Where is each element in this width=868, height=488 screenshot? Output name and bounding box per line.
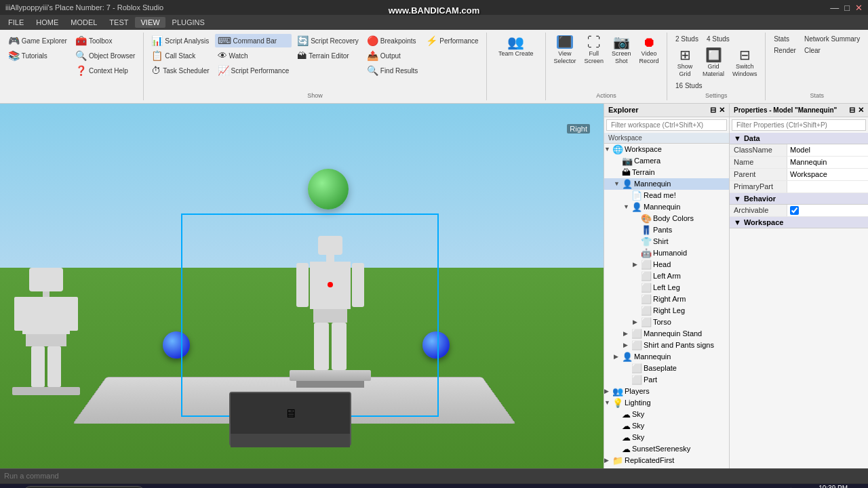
show-grid-btn[interactable]: ⊞ ShowGrid	[673, 47, 697, 79]
tree-body-colors[interactable]: 🎨 Body Colors	[604, 213, 729, 224]
app2-icon[interactable]: 🔧	[250, 485, 267, 488]
tree-sunset[interactable]: ☁ SunsetSerenesky	[604, 443, 729, 455]
grid-material-btn[interactable]: 🔲 GridMaterial	[700, 47, 727, 79]
command-input[interactable]	[4, 472, 864, 480]
tree-left-arm[interactable]: ⬜ Left Arm	[604, 270, 729, 282]
toolbox-btn[interactable]: 🧰 Toolbox	[73, 34, 138, 47]
command-bar-btn[interactable]: ⌨ Command Bar	[215, 34, 292, 47]
prop-classname-value[interactable]: Model	[787, 144, 868, 156]
maximize-button[interactable]: □	[844, 3, 850, 13]
tree-head[interactable]: ▶ ⬜ Head	[604, 259, 729, 270]
head-arrow: ▶	[633, 261, 641, 268]
studs-16-btn[interactable]: 16 Studs	[673, 81, 705, 91]
mannequin-red-dot	[328, 282, 333, 287]
explorer-close-btn[interactable]: ✕	[719, 106, 725, 115]
script-analysis-btn[interactable]: 📊 Script Analysis	[149, 34, 212, 47]
tree-players[interactable]: ▶ 👥 Players	[604, 386, 729, 397]
prop-archivable-value[interactable]	[787, 205, 868, 216]
clear-btn[interactable]: Clear	[802, 45, 863, 56]
menu-home[interactable]: HOME	[31, 17, 64, 28]
edge-icon[interactable]: 🌐	[168, 485, 186, 488]
tree-terrain[interactable]: 🏔 Terrain	[604, 167, 729, 178]
team-create-btn[interactable]: 👥 Team Create	[492, 34, 540, 59]
view-selector-btn[interactable]: ⬛ ViewSelector	[551, 34, 578, 66]
tree-shirt-pants[interactable]: ▶ ⬜ Shirt and Pants signs	[604, 340, 729, 351]
app4-icon[interactable]: 🛡	[290, 485, 308, 488]
call-stack-btn[interactable]: 📋 Call Stack	[149, 49, 212, 62]
prop-name-value[interactable]: Mannequin	[787, 157, 868, 168]
tree-right-arm[interactable]: ⬜ Right Arm	[604, 293, 729, 305]
menu-plugins[interactable]: PLUGINS	[167, 17, 210, 28]
output-btn[interactable]: 📤 Output	[364, 49, 421, 62]
task-view-btn[interactable]: ⧉	[148, 485, 165, 488]
task-scheduler-btn[interactable]: ⏱ Task Scheduler	[149, 64, 212, 77]
tree-replicated-first[interactable]: ▶ 📁 ReplicatedFirst	[604, 455, 729, 466]
switch-windows-btn[interactable]: ⊟ SwitchWindows	[730, 47, 760, 79]
game-explorer-btn[interactable]: 🎮 Game Explorer	[5, 34, 70, 47]
script-recovery-btn[interactable]: 🔄 Script Recovery	[294, 34, 361, 47]
tree-mannequin-sub[interactable]: ▼ 👤 Mannequin	[604, 201, 729, 213]
menu-test[interactable]: TEST	[104, 17, 134, 28]
viewport[interactable]: iiiAllypoppyiii's Place: 7 ✕ ⊡ Right	[0, 104, 604, 468]
properties-search-input[interactable]	[736, 121, 861, 129]
workspace-section-header[interactable]: ▼ Workspace	[730, 217, 868, 228]
tree-readme[interactable]: 📄 Read me!	[604, 190, 729, 201]
tutorials-btn[interactable]: 📚 Tutorials	[5, 49, 70, 62]
minimize-button[interactable]: —	[830, 3, 839, 13]
object-browser-btn[interactable]: 🔍 Object Browser	[73, 49, 138, 62]
screen-shot-btn[interactable]: 📷 ScreenShot	[609, 34, 634, 66]
tree-lighting[interactable]: ▼ 💡 Lighting	[604, 397, 729, 409]
prop-primary-part-value[interactable]	[787, 181, 868, 192]
menu-model[interactable]: MODEL	[65, 17, 102, 28]
find-results-btn[interactable]: 🔍 Find Results	[364, 64, 421, 77]
app3-icon[interactable]: 🎮	[270, 485, 288, 488]
tree-baseplate[interactable]: ⬜ Baseplate	[604, 363, 729, 374]
tree-pants[interactable]: 👖 Pants	[604, 224, 729, 236]
performance-btn[interactable]: ⚡ Performance	[423, 34, 481, 47]
script-recovery-label: Script Recovery	[311, 37, 359, 45]
explorer-dock-btn[interactable]: ⊟	[710, 106, 716, 115]
tree-workspace[interactable]: ▼ 🌐 Workspace	[604, 144, 729, 155]
app1-icon[interactable]: 🎵	[229, 485, 247, 488]
tree-sky1[interactable]: ☁ Sky	[604, 409, 729, 420]
network-summary-btn[interactable]: Network Summary	[802, 34, 863, 44]
tree-replicated-storage[interactable]: ▶ 📁 ReplicatedStorage	[604, 466, 729, 468]
tree-torso[interactable]: ▶ ⬜ Torso	[604, 317, 729, 328]
properties-close-btn[interactable]: ✕	[858, 106, 864, 115]
studs-4-btn[interactable]: 4 Studs	[704, 34, 732, 44]
menu-file[interactable]: FILE	[3, 17, 29, 28]
context-help-btn[interactable]: ❓ Context Help	[73, 64, 138, 77]
tree-right-leg[interactable]: ⬜ Right Leg	[604, 305, 729, 317]
start-button[interactable]: ⊞	[3, 485, 20, 488]
data-section-header[interactable]: ▼ Data	[730, 133, 868, 144]
tree-sky3[interactable]: ☁ Sky	[604, 432, 729, 443]
properties-dock-btn[interactable]: ⊟	[849, 106, 855, 115]
tree-shirt[interactable]: 👕 Shirt	[604, 236, 729, 247]
breakpoints-btn[interactable]: 🔴 Breakpoints	[364, 34, 421, 47]
watch-icon: 👁	[218, 50, 227, 61]
menu-view[interactable]: VIEW	[135, 17, 165, 28]
file-explorer-icon[interactable]: 📁	[189, 485, 206, 488]
studs-2-btn[interactable]: 2 Studs	[673, 34, 701, 44]
chrome-icon[interactable]: ◉	[209, 485, 226, 488]
explorer-search-input[interactable]	[611, 121, 722, 129]
tree-humanoid[interactable]: 🤖 Humanoid	[604, 247, 729, 259]
prop-parent-value[interactable]: Workspace	[787, 169, 868, 180]
close-button[interactable]: ✕	[855, 3, 863, 13]
terrain-editor-btn[interactable]: 🏔 Terrain Editor	[294, 49, 361, 62]
tree-mannequin-stand[interactable]: ▶ ⬜ Mannequin Stand	[604, 328, 729, 340]
behavior-section-header[interactable]: ▼ Behavior	[730, 193, 868, 205]
tree-left-leg[interactable]: ⬜ Left Leg	[604, 282, 729, 293]
watch-btn[interactable]: 👁 Watch	[215, 49, 292, 62]
archivable-checkbox[interactable]	[790, 206, 799, 215]
render-btn[interactable]: Render	[771, 45, 799, 56]
video-record-btn[interactable]: ⏺ VideoRecord	[636, 34, 661, 66]
tree-part[interactable]: ⬜ Part	[604, 374, 729, 386]
full-screen-btn[interactable]: ⛶ FullScreen	[581, 34, 606, 66]
stats-btn[interactable]: Stats	[771, 34, 799, 44]
tree-sky2[interactable]: ☁ Sky	[604, 420, 729, 432]
tree-mannequin-root[interactable]: ▼ 👤 Mannequin	[604, 178, 729, 190]
tree-camera[interactable]: 📷 Camera	[604, 155, 729, 167]
tree-mannequin2[interactable]: ▶ 👤 Mannequin	[604, 351, 729, 363]
script-perf-btn[interactable]: 📈 Script Performance	[215, 64, 292, 77]
